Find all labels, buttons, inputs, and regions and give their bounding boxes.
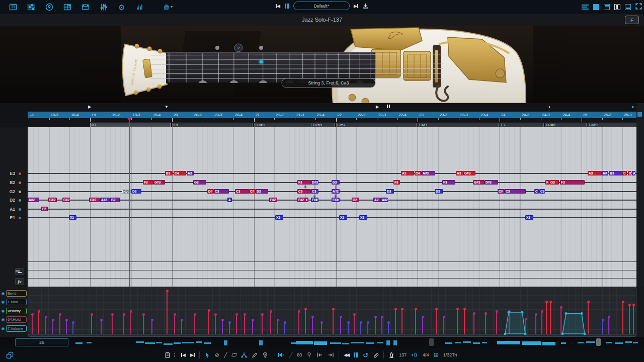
marker-strip[interactable]: ▶▼▶›› <box>0 103 644 112</box>
note-C3[interactable]: C3 <box>311 189 318 194</box>
note-A3[interactable]: A3 <box>588 171 602 175</box>
chord-CM7[interactable]: CM7 <box>418 123 499 127</box>
line-tool[interactable]: ╱ <box>224 352 227 358</box>
scroll-top-button[interactable] <box>637 112 642 117</box>
preset-selector[interactable]: Default* <box>293 2 350 10</box>
chord-track[interactable]: B7F9D7#9D7b9Gm7CM7F7D7#9GM9C7 <box>28 123 636 127</box>
transport-pause-button[interactable] <box>284 4 289 9</box>
note-D3[interactable]: D3 <box>435 189 443 194</box>
chord-D7#9[interactable]: D7#9 <box>545 123 587 127</box>
cursor-tool[interactable] <box>204 352 210 358</box>
chord-B7[interactable]: B7 <box>90 123 171 127</box>
panel-center-icon[interactable] <box>614 4 620 10</box>
note-G3[interactable]: G3 <box>193 180 206 185</box>
transport-prev-button[interactable]: ◀ <box>276 4 280 9</box>
note-A#2[interactable]: A#2 <box>100 198 110 202</box>
note-X1[interactable]: X1 <box>525 215 533 220</box>
timeline-ruler[interactable]: -218-318-41919-219-319-42020-220-320-421… <box>28 112 636 118</box>
note-F3[interactable]: F3 <box>143 180 153 185</box>
note-D3[interactable]: D3 <box>386 189 394 194</box>
note-F3[interactable]: F3 <box>297 180 311 185</box>
position-marker[interactable]: ▼ <box>165 105 169 109</box>
prev-note-button[interactable]: ◀ <box>181 352 186 357</box>
note-F3[interactable]: F3 <box>393 180 400 185</box>
menu-icon[interactable] <box>582 4 589 10</box>
note-B2[interactable]: B2 <box>110 198 120 202</box>
note-C3[interactable]: C3 <box>235 189 249 194</box>
panel-full-icon[interactable] <box>593 4 599 10</box>
panel-top-icon[interactable] <box>604 4 610 10</box>
overview-strip[interactable]: 26 <box>0 337 644 348</box>
overview-value-field[interactable]: 26 <box>15 338 68 346</box>
pen-tool[interactable] <box>252 352 258 358</box>
note-D#3[interactable]: D#3 <box>485 180 498 185</box>
note-F#2[interactable]: F#2 <box>332 198 340 202</box>
scroll-right-marker[interactable]: › <box>632 104 634 110</box>
note-A#3[interactable]: A#3 <box>422 171 435 175</box>
chord-GM9[interactable]: GM9 <box>588 123 638 127</box>
slide-tool-icon[interactable] <box>15 268 24 275</box>
note-G#2[interactable]: G#2 <box>62 198 70 202</box>
velocity-lane[interactable] <box>28 287 636 337</box>
lane-label-Bend[interactable]: Bend <box>6 290 27 297</box>
note-X1[interactable]: X1 <box>69 215 76 220</box>
eraser-tool[interactable] <box>232 353 236 356</box>
note-D[interactable]: D <box>628 171 631 175</box>
pause-marker[interactable] <box>386 105 390 109</box>
note-A3[interactable]: A3 <box>187 171 194 175</box>
note-A#2[interactable]: A#2 <box>28 198 39 202</box>
chord-D7b9[interactable]: D7b9 <box>311 123 335 127</box>
note-F3[interactable]: F3 <box>560 180 585 185</box>
note-X1[interactable]: X1 <box>339 215 347 220</box>
link-icon[interactable] <box>6 351 14 359</box>
tempo-value[interactable]: 137 <box>399 352 407 357</box>
mixer-icon[interactable] <box>26 2 36 12</box>
note-F[interactable]: F <box>545 180 549 185</box>
guitar-panel[interactable]: AMPLE SOUND <box>0 26 644 103</box>
note-X1[interactable]: X1 <box>275 215 283 220</box>
grid-resolution[interactable]: 1/32Tri <box>443 352 457 357</box>
note-D#3[interactable]: D#3 <box>311 180 318 185</box>
note-C3[interactable]: C3 <box>539 189 545 194</box>
amp-icon[interactable] <box>80 2 91 12</box>
note-A3[interactable]: A3 <box>401 171 414 175</box>
grid-snap-icon[interactable]: ⊞ <box>434 351 439 358</box>
note-C#3[interactable]: C#3 <box>122 189 131 194</box>
note-C[interactable]: C <box>534 189 539 194</box>
note-A#2[interactable]: A#2 <box>381 198 388 202</box>
pick-tool[interactable] <box>262 352 268 358</box>
loop-start-marker[interactable]: ▶ <box>88 105 91 109</box>
note-G#3[interactable]: G#3 <box>463 171 475 175</box>
lane-label-64.Hold[interactable]: 64.Hold <box>6 316 27 323</box>
matrix-icon[interactable] <box>62 2 72 12</box>
paperclip-icon[interactable] <box>373 352 379 358</box>
note-F#2[interactable]: F#2 <box>297 198 308 202</box>
audition-icon[interactable] <box>278 352 285 358</box>
note-C4[interactable]: C4 <box>415 171 422 175</box>
lane-label-7.Volume[interactable]: 7.Volume <box>6 325 27 332</box>
stats-icon[interactable] <box>135 2 145 12</box>
note-G#3[interactable]: G#3 <box>153 180 165 185</box>
note-D3[interactable]: D3 <box>131 189 141 194</box>
note-A#2[interactable]: A#2 <box>332 189 340 194</box>
note-C4[interactable]: C4 <box>174 171 186 175</box>
note-A3[interactable]: A3 <box>456 171 463 175</box>
note-C3[interactable]: C3 <box>505 189 526 194</box>
note-A2[interactable]: A2 <box>373 198 381 202</box>
speaker-icon[interactable] <box>411 352 418 358</box>
playhead-marker[interactable] <box>127 118 131 121</box>
keyboard-icon[interactable] <box>8 2 18 12</box>
note-A[interactable]: A <box>227 198 232 202</box>
play-marker[interactable]: ▶ <box>376 105 379 109</box>
note-A#[interactable]: A# <box>602 171 608 175</box>
note-G#3[interactable]: G#3 <box>473 180 485 185</box>
gear-icon[interactable]: ⚙ <box>117 2 127 12</box>
eye-icon[interactable]: ◉ <box>0 300 6 304</box>
timeline-ticks[interactable] <box>28 118 636 123</box>
key-button[interactable]: F <box>625 16 639 24</box>
next-note-button[interactable]: ▶ <box>190 352 195 357</box>
note-C[interactable]: C <box>622 171 627 175</box>
note-B3[interactable]: B3 <box>609 171 622 175</box>
expand-icon[interactable] <box>635 3 642 12</box>
note-F2[interactable]: F2 <box>41 207 48 211</box>
